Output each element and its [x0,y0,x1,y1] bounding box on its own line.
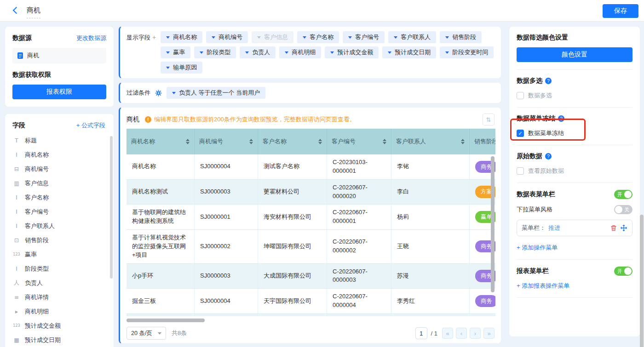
display-field-tag-销售阶段[interactable]: 销售阶段 [440,31,482,43]
report-permission-button[interactable]: 报表权限 [12,85,106,99]
cell-contact: 李白 [391,180,470,205]
menu-freeze-checkbox[interactable]: ✓数据菜单冻结 [517,129,632,137]
column-header-客户编号[interactable]: 客户编号 [327,129,391,154]
display-field-tag-客户名称[interactable]: 客户名称 [297,31,339,43]
help-icon[interactable]: ? [545,153,552,159]
field-item-商机详情[interactable]: ≡商机详情 [12,290,110,304]
table-body: 商机名称SJ0000004测试客户名称C-20230103-0000001李铭商… [126,154,495,316]
gear-icon[interactable] [155,90,162,97]
display-field-tag-预计成交金额[interactable]: 预计成交金额 [325,46,379,58]
table-menu-toggle[interactable]: 开 [614,190,632,199]
column-header-商机名称[interactable]: 商机名称 [126,129,195,154]
field-item-阶段类型[interactable]: I阶段类型 [12,262,110,276]
filter-condition-tag[interactable]: 负责人 等于任意一个 当前用户 [167,87,265,99]
permission-title: 数据获取权限 [12,71,106,79]
sort-arrows-icon[interactable] [318,139,322,144]
first-page-button[interactable]: « [442,328,453,339]
chevron-down-icon [200,51,203,54]
save-button[interactable]: 保存 [603,4,638,18]
cell-customer: 大成国际有限公司 [258,264,327,289]
field-item-客户联系人[interactable]: I客户联系人 [12,219,110,233]
tag-label: 销售阶段 [452,33,476,41]
display-field-tag-商机明细[interactable]: 商机明细 [279,46,321,58]
add-field-icon[interactable]: + [152,34,156,41]
prev-page-button[interactable]: ‹ [456,328,467,339]
display-field-tag-赢率[interactable]: 赢率 [161,46,190,58]
column-header-客户联系人[interactable]: 客户联系人 [391,129,470,154]
help-icon[interactable]: ? [558,115,564,122]
field-item-客户名称[interactable]: I客户名称 [12,190,110,205]
back-icon[interactable] [13,7,20,14]
table-header-row: 商机名称商机编号客户名称客户编号客户联系人销售阶段 [126,129,495,154]
display-field-tag-负责人[interactable]: 负责人 [240,46,276,58]
sort-arrows-icon[interactable] [186,139,190,144]
table-row[interactable]: 便携式哮喘病监测系统SJ0000005飞星材料公司C-20220607-0000… [126,314,495,316]
table-row[interactable]: 商机名称测试SJ0000003莄霍材料公司C-20220607-0000020李… [126,180,495,205]
cell-contact: 苏漫 [391,264,470,289]
number-icon: 123 [12,252,21,256]
field-item-客户编号[interactable]: I客户编号 [12,205,110,219]
table-vertical-scrollbar[interactable] [491,156,494,292]
cell-name: 商机名称 [126,154,195,179]
change-datasource-link[interactable]: 更改数据源 [76,34,106,42]
field-item-商机名称[interactable]: I商机名称 [12,148,110,162]
sort-arrows-icon[interactable] [249,139,253,144]
cell-contact: 嬴政 [391,314,470,316]
report-menu-toggle[interactable]: 开 [614,267,632,276]
field-item-标题[interactable]: T标题 [12,133,110,148]
color-setting-button[interactable]: 颜色设置 [517,47,632,62]
field-item-赢率[interactable]: 123赢率 [12,247,110,262]
window-scrollbar[interactable] [640,215,644,347]
page-input[interactable] [415,327,427,339]
display-field-tag-客户联系人[interactable]: 客户联系人 [388,31,436,43]
display-field-tag-阶段变更时间[interactable]: 阶段变更时间 [440,46,494,58]
next-page-button[interactable]: › [470,328,481,339]
multi-select-checkbox[interactable]: 数据多选 [517,91,632,100]
column-header-商机编号[interactable]: 商机编号 [195,129,258,154]
table-row[interactable]: 小p手环SJ0000003大成国际有限公司C-20220607-0000003苏… [126,264,495,289]
raw-data-checkbox[interactable]: 查看原始数据 [517,167,632,175]
field-item-负责人[interactable]: 人负责人 [12,276,110,290]
display-fields-label: 显示字段+ [126,31,156,74]
add-report-menu-link[interactable]: + 添加报表操作菜单 [517,282,632,290]
dropdown-style-toggle[interactable]: 关 [614,205,632,214]
table-row[interactable]: 基于物联网的建筑结构健康检测系统SJ0000001海安材料有限公司C-20220… [126,205,495,230]
display-field-tag-预计成交日期[interactable]: 预计成交日期 [382,46,436,58]
table-sort-button[interactable]: ⇅ [483,114,494,125]
page-size-select[interactable]: 20 条/页 [126,327,166,340]
add-action-menu-link[interactable]: + 添加操作菜单 [517,244,632,252]
display-field-tag-输单原因[interactable]: 输单原因 [161,62,202,74]
field-item-销售阶段[interactable]: ⊡销售阶段 [12,233,110,247]
cell-code: SJ0000003 [195,264,258,289]
column-header-label: 商机名称 [131,137,155,146]
field-item-商机编号[interactable]: ⊟商机编号 [12,162,110,176]
column-header-客户名称[interactable]: 客户名称 [258,129,327,154]
table-row[interactable]: 基于计算机视觉技术的监控摄像头互联网+项目SJ0000002坤曜国际有限公司C-… [126,230,495,264]
formula-field-link[interactable]: + 公式字段 [76,121,105,130]
menu-item[interactable]: 菜单栏： 推进 [517,220,632,236]
last-page-button[interactable]: » [483,328,494,339]
field-item-预计成交日期[interactable]: ▦预计成交日期 [12,333,110,347]
sort-arrows-icon[interactable] [461,139,465,144]
tag-label: 客户编号 [355,33,379,41]
field-item-预计成交金额[interactable]: 123预计成交金额 [12,319,110,333]
serial-icon: ⊟ [12,166,21,172]
sort-arrows-icon[interactable] [383,139,386,144]
display-field-tag-客户编号[interactable]: 客户编号 [343,31,385,43]
display-field-tag-阶段类型[interactable]: 阶段类型 [194,46,236,58]
trash-icon[interactable] [610,224,617,232]
display-field-tag-商机编号[interactable]: 商机编号 [206,31,248,43]
move-icon[interactable] [620,224,627,232]
display-field-tag-商机名称[interactable]: 商机名称 [161,31,202,43]
column-header-销售阶段[interactable]: 销售阶段 [470,129,495,154]
field-item-客户信息[interactable]: ▥客户信息 [12,176,110,190]
table-row[interactable]: 商机名称SJ0000004测试客户名称C-20230103-0000001李铭商… [126,154,495,180]
table-horizontal-scrollbar[interactable] [126,319,205,322]
help-icon[interactable]: ? [545,78,552,84]
datasource-item[interactable]: 商机 [12,48,106,63]
fields-scrollbar[interactable] [110,136,113,279]
table-row[interactable]: 掘金三板SJ0000004天宇国际有限公司C-20220607-0000004李… [126,289,495,314]
cell-customer: 测试客户名称 [258,154,327,179]
field-item-商机明细[interactable]: ▸商机明细 [12,304,110,319]
sort-asc-icon [383,139,386,141]
